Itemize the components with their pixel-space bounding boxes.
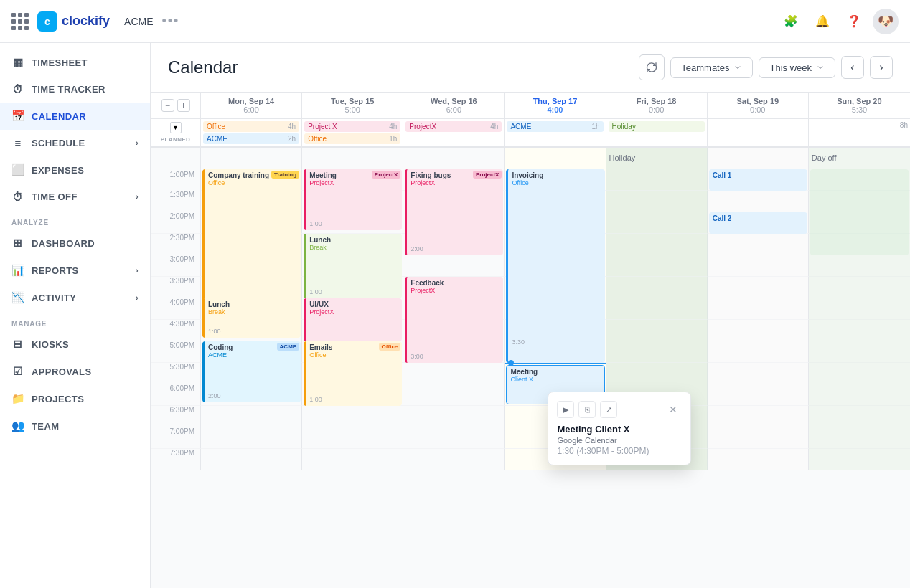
slot-wed-1230[interactable] [403,148,505,169]
sidebar-item-kiosks[interactable]: ⊟ KIOSKS [0,331,150,358]
slot-tue-1230[interactable] [302,148,403,169]
slot-sat-600pm[interactable] [708,384,809,406]
slot-sun-330pm[interactable] [809,277,910,298]
sidebar-item-calendar[interactable]: 📅 CALENDAR [0,103,150,130]
slot-wed-300pm[interactable] [403,255,505,277]
slot-sun-430pm[interactable] [809,320,910,341]
plus-button[interactable]: + [177,99,190,112]
slot-wed-630pm[interactable] [403,406,505,427]
tooltip-close-button[interactable]: ✕ [665,401,682,418]
slot-sat-700pm[interactable] [708,427,809,449]
slot-mon-700pm[interactable] [201,427,302,449]
sidebar-item-timesheet[interactable]: ▦ TIMESHEET [0,49,150,76]
slot-tue-700pm[interactable] [302,427,403,449]
slot-sat-230pm[interactable] [708,234,809,255]
workspace-menu[interactable]: ••• [162,14,180,29]
slot-sat-500pm[interactable] [708,341,809,363]
sidebar-item-team[interactable]: 👥 TEAM [0,412,150,440]
slot-sun-500pm[interactable] [809,341,910,363]
slot-sun-600pm[interactable] [809,384,910,406]
slot-fri-400pm[interactable] [606,298,708,320]
event-coding-mon[interactable]: Coding ACME 2:00 ACME [202,341,301,402]
slot-sun-230pm[interactable] [809,234,910,255]
slot-fri-200pm[interactable] [606,212,708,234]
planned-expand-btn[interactable]: ▼ [170,122,182,133]
sidebar-item-schedule[interactable]: ≡ SCHEDULE › [0,130,150,156]
slot-fri-530pm[interactable] [606,363,708,384]
event-meeting-tue[interactable]: Meeting ProjectX 1:00 ProjectX [304,169,402,230]
slot-sun-630pm[interactable] [809,406,910,427]
planned-cell-wed: ProjectX 4h [403,119,505,146]
slot-sat-630pm[interactable] [708,406,809,427]
puzzle-icon-btn[interactable]: 🧩 [778,9,804,34]
sidebar-item-expenses[interactable]: ⬜ EXPENSES [0,156,150,184]
slot-wed-700pm[interactable] [403,427,505,449]
slot-sun-300pm[interactable] [809,255,910,277]
event-feedback-wed[interactable]: Feedback ProjectX 3:00 [405,277,503,363]
slot-fri-100pm[interactable] [606,169,708,191]
slot-tue-630pm[interactable] [302,406,403,427]
slot-sat-400pm[interactable] [708,298,809,320]
event-lunch-break-tue[interactable]: Lunch Break 1:00 [304,234,402,298]
event-call2-sat[interactable]: Call 2 [709,212,807,234]
sidebar-item-dashboard[interactable]: ⊞ DASHBOARD [0,229,150,257]
slot-fri-430pm[interactable] [606,320,708,341]
tooltip-play-button[interactable]: ▶ [557,401,574,418]
slot-sun-1230[interactable] [809,148,910,169]
slot-mon-1230[interactable] [201,148,302,169]
tooltip-copy-button[interactable]: ⎘ [578,401,596,418]
slot-mon-630pm[interactable] [201,406,302,427]
sync-button[interactable] [639,54,665,80]
slot-mon-730pm[interactable] [201,449,302,470]
help-icon-btn[interactable]: ❓ [841,9,867,34]
bell-icon-btn[interactable]: 🔔 [810,9,835,34]
slot-wed-600pm[interactable] [403,384,505,406]
slot-sat-1230[interactable] [708,148,809,169]
slot-fri-300pm[interactable] [606,255,708,277]
slot-sat-130pm[interactable] [708,191,809,212]
slot-sun-700pm[interactable] [809,427,910,449]
teammates-button[interactable]: Teammates [670,57,753,78]
user-avatar[interactable]: 🐶 [873,9,899,34]
calendar-scroll-area[interactable]: − + Mon, Sep 14 6:00 Tue, Sep 15 5:00 [151,93,910,588]
sidebar-item-time-tracker[interactable]: ⏱ TIME TRACKER [0,76,150,103]
slot-sat-430pm[interactable] [708,320,809,341]
slot-sat-300pm[interactable] [708,255,809,277]
slot-fri-1230[interactable] [606,148,708,169]
slot-wed-530pm[interactable] [403,363,505,384]
event-emails-tue[interactable]: Emails Office 1:00 Office [304,341,402,406]
slot-fri-330pm[interactable] [606,277,708,298]
slot-sat-330pm[interactable] [708,277,809,298]
slot-sun-730pm[interactable] [809,449,910,470]
slot-sun-200pm[interactable] [809,212,910,234]
sidebar-item-approvals[interactable]: ☑ APPROVALS [0,358,150,385]
slot-fri-230pm[interactable] [606,234,708,255]
slot-fri-130pm[interactable] [606,191,708,212]
event-lunch-break-mon[interactable]: Lunch Break 1:00 [202,298,301,338]
slot-tue-730pm[interactable] [302,449,403,470]
sidebar-item-time-off[interactable]: ⏱ TIME OFF › [0,184,150,210]
minus-button[interactable]: − [161,99,174,112]
event-uiux-tue[interactable]: UI/UX ProjectX [304,298,402,341]
grid-menu-icon[interactable] [11,13,29,30]
this-week-button[interactable]: This week [759,57,835,78]
tooltip-edit-button[interactable]: ↗ [600,401,617,418]
sidebar-item-activity[interactable]: 📉 ACTIVITY › [0,284,150,311]
slot-sun-100pm[interactable] [809,169,910,191]
slot-sat-530pm[interactable] [708,363,809,384]
event-fixing-bugs-wed[interactable]: Fixing bugs ProjectX 2:00 ProjectX [405,169,503,255]
slot-wed-730pm[interactable] [403,449,505,470]
slot-sun-530pm[interactable] [809,363,910,384]
sidebar-item-reports[interactable]: 📊 REPORTS › [0,257,150,284]
event-invoicing-thu[interactable]: Invoicing Office 3:30 [506,169,604,363]
slot-thu-1230[interactable] [505,148,606,169]
slot-fri-500pm[interactable] [606,341,708,363]
slot-sun-130pm[interactable] [809,191,910,212]
prev-week-button[interactable]: ‹ [841,56,864,79]
slot-sat-730pm[interactable] [708,449,809,470]
next-week-button[interactable]: › [870,56,893,79]
sat-hours: 0:00 [710,105,805,114]
event-call1-sat[interactable]: Call 1 [709,169,807,191]
sidebar-item-projects[interactable]: 📁 PROJECTS [0,385,150,412]
slot-sun-400pm[interactable] [809,298,910,320]
